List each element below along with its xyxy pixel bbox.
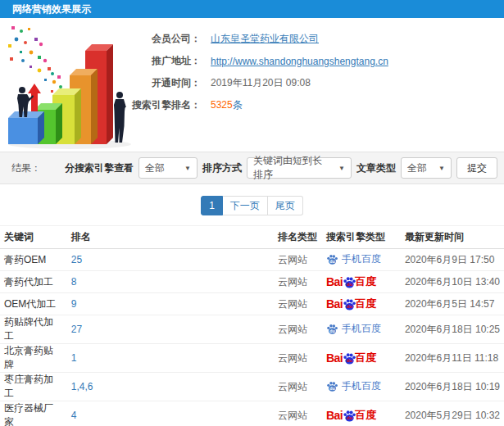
page-1-button[interactable]: 1 <box>201 196 223 215</box>
updated-time-cell: 2020年6月5日 14:57 <box>405 298 494 310</box>
businessman-right <box>114 92 126 143</box>
keyword-cell: 北京膏药贴牌 <box>0 344 67 373</box>
chevron-down-icon: ▼ <box>184 165 191 172</box>
rank-type-cell: 云网站 <box>278 324 307 335</box>
rank-type-cell: 云网站 <box>278 410 307 421</box>
baidu-logo-bai: Bai <box>326 275 343 288</box>
engine-rank-value: 5325条 <box>211 98 243 112</box>
summary-section: 会员公司： 山东皇圣堂药业有限公司 推广地址： http://www.shand… <box>0 18 504 152</box>
baidu-logo: Baidu百度 <box>326 274 376 289</box>
header-rank-type: 排名类型 <box>274 226 322 249</box>
svg-text:du: du <box>347 358 353 363</box>
rank-link[interactable]: 27 <box>71 324 82 335</box>
article-type-label: 文章类型 <box>356 161 396 175</box>
mobile-baidu-label: 手机百度 <box>342 379 381 393</box>
table-row: 药贴牌代加工 27 云网站 du手机百度 2020年6月18日 10:25 <box>0 315 504 344</box>
svg-text:du: du <box>347 304 353 309</box>
article-type-select[interactable]: 全部 ▼ <box>401 157 452 179</box>
baidu-logo-bai: Bai <box>326 351 343 365</box>
table-row: OEM代加工 9 云网站 Baidu百度 2020年6月5日 14:57 <box>0 293 504 315</box>
updated-time-cell: 2020年5月29日 10:32 <box>405 410 500 421</box>
open-time-value: 2019年11月20日 09:08 <box>211 76 311 90</box>
rank-link[interactable]: 8 <box>71 276 77 288</box>
mobile-baidu-logo: du手机百度 <box>326 379 381 393</box>
svg-text:du: du <box>329 385 334 390</box>
baidu-paw-icon: du <box>326 323 338 335</box>
mobile-baidu-label: 手机百度 <box>342 322 381 336</box>
baidu-logo: Baidu百度 <box>326 408 376 423</box>
table-header-row: 关键词 排名 排名类型 搜索引擎类型 最新更新时间 <box>0 226 504 249</box>
engine-cell: du手机百度 <box>322 315 401 344</box>
promo-url-row: 推广地址： http://www.shandonghuangshengtang.… <box>98 50 504 72</box>
rank-link[interactable]: 25 <box>71 254 82 265</box>
account-info: 会员公司： 山东皇圣堂药业有限公司 推广地址： http://www.shand… <box>98 18 504 116</box>
updated-time-cell: 2020年6月9日 17:50 <box>405 254 494 265</box>
engine-cell: Baidu百度 <box>322 293 401 315</box>
rank-link[interactable]: 4 <box>71 410 77 421</box>
engine-filter-label: 分搜索引擎查看 <box>65 161 134 175</box>
engine-cell: Baidu百度 <box>322 271 401 293</box>
svg-text:du: du <box>347 415 353 420</box>
header-updated: 最新更新时间 <box>401 226 504 249</box>
updated-time-cell: 2020年6月10日 13:40 <box>405 276 500 288</box>
baidu-paw-icon: du <box>326 253 338 265</box>
baidu-logo-cn: 百度 <box>355 297 376 311</box>
last-page-button[interactable]: 尾页 <box>268 196 303 215</box>
engine-filter-value: 全部 <box>145 161 165 175</box>
engine-filter-select[interactable]: 全部 ▼ <box>138 157 198 179</box>
chevron-down-icon: ▼ <box>338 165 345 172</box>
table-row: 北京膏药贴牌 1 云网站 Baidu百度 2020年6月11日 11:18 <box>0 344 504 373</box>
baidu-logo-cn: 百度 <box>355 351 376 365</box>
table-row: 膏药代加工 8 云网站 Baidu百度 2020年6月10日 13:40 <box>0 271 504 293</box>
rank-link[interactable]: 1,4,6 <box>71 381 93 392</box>
keyword-cell: 膏药代加工 <box>0 271 67 293</box>
engine-cell: Baidu百度 <box>322 401 401 426</box>
keyword-cell: 膏药OEM <box>0 249 67 271</box>
sort-filter-value: 关键词由短到长排序 <box>253 154 330 182</box>
rank-type-cell: 云网站 <box>278 352 307 364</box>
company-link[interactable]: 山东皇圣堂药业有限公司 <box>211 32 319 46</box>
open-time-row: 开通时间： 2019年11月20日 09:08 <box>98 72 504 94</box>
updated-time-cell: 2020年6月18日 10:19 <box>405 381 500 392</box>
sort-filter-select[interactable]: 关键词由短到长排序 ▼ <box>247 157 352 179</box>
table-row: 医疗器械厂家 4 云网站 Baidu百度 2020年5月29日 10:32 <box>0 401 504 426</box>
pagination: 1 下一页 尾页 <box>0 196 504 215</box>
updated-time-cell: 2020年6月11日 11:18 <box>405 352 498 364</box>
window-titlebar: 网络营销效果展示 <box>0 0 504 18</box>
baidu-logo: Baidu百度 <box>326 297 376 311</box>
baidu-logo: Baidu百度 <box>326 351 376 365</box>
keyword-rank-table: 关键词 排名 排名类型 搜索引擎类型 最新更新时间 膏药OEM 25 云网站 d… <box>0 225 504 426</box>
rank-count: 5325 <box>211 99 233 111</box>
rank-type-cell: 云网站 <box>278 381 307 392</box>
promo-url-link[interactable]: http://www.shandonghuangshengtang.cn <box>211 56 388 67</box>
table-row: 膏药OEM 25 云网站 du手机百度 2020年6月9日 17:50 <box>0 249 504 271</box>
engine-rank-row: 搜索引擎排名： 5325条 <box>98 94 504 116</box>
rank-count-suffix: 条 <box>233 99 243 111</box>
filter-controls: 分搜索引擎查看 全部 ▼ 排序方式 关键词由短到长排序 ▼ 文章类型 全部 ▼ … <box>65 157 497 179</box>
engine-cell: Baidu百度 <box>322 344 401 373</box>
result-label: 结果： <box>11 161 41 175</box>
baidu-logo-cn: 百度 <box>355 408 376 423</box>
keyword-cell: OEM代加工 <box>0 293 67 315</box>
next-page-button[interactable]: 下一页 <box>223 196 268 215</box>
baidu-logo-bai: Bai <box>326 297 343 310</box>
header-engine-type: 搜索引擎类型 <box>322 226 401 249</box>
rank-type-cell: 云网站 <box>278 276 307 288</box>
page-title: 网络营销效果展示 <box>12 3 91 15</box>
header-rank: 排名 <box>67 226 274 249</box>
svg-text:du: du <box>329 328 334 333</box>
engine-cell: du手机百度 <box>322 373 401 401</box>
rank-link[interactable]: 1 <box>71 352 77 364</box>
rank-link[interactable]: 9 <box>71 298 77 310</box>
baidu-logo-bai: Bai <box>326 409 343 422</box>
submit-button[interactable]: 提交 <box>456 157 497 179</box>
company-row: 会员公司： 山东皇圣堂药业有限公司 <box>98 28 504 50</box>
chevron-down-icon: ▼ <box>438 165 445 172</box>
rank-type-cell: 云网站 <box>278 254 307 265</box>
mobile-baidu-logo: du手机百度 <box>326 322 381 336</box>
baidu-logo-cn: 百度 <box>355 274 376 289</box>
table-row: 枣庄膏药加工 1,4,6 云网站 du手机百度 2020年6月18日 10:19 <box>0 373 504 401</box>
keyword-cell: 枣庄膏药加工 <box>0 373 67 401</box>
article-type-value: 全部 <box>407 161 427 175</box>
mobile-baidu-logo: du手机百度 <box>326 252 381 266</box>
